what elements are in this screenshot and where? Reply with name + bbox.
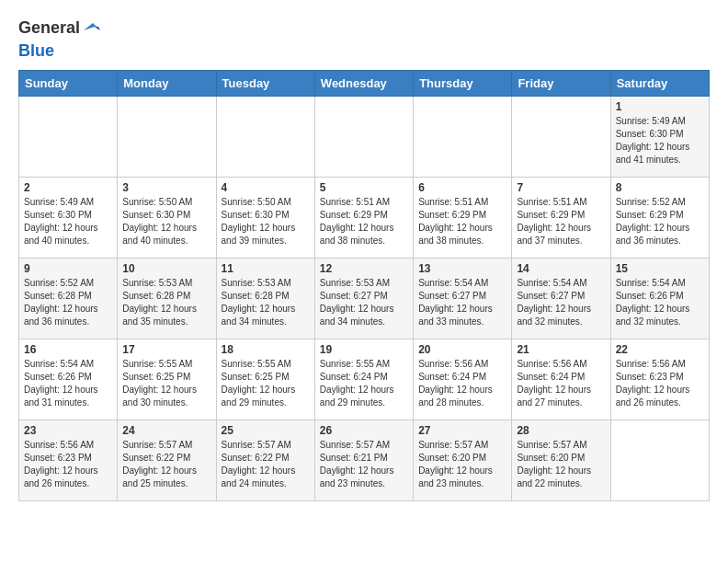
calendar-cell: 4Sunrise: 5:50 AM Sunset: 6:30 PM Daylig… bbox=[216, 178, 314, 259]
day-info: Sunrise: 5:57 AM Sunset: 6:20 PM Dayligh… bbox=[517, 439, 605, 490]
day-info: Sunrise: 5:57 AM Sunset: 6:20 PM Dayligh… bbox=[418, 439, 506, 490]
day-number: 12 bbox=[320, 262, 408, 275]
day-number: 27 bbox=[418, 424, 506, 437]
day-number: 6 bbox=[418, 181, 506, 194]
calendar-cell: 12Sunrise: 5:53 AM Sunset: 6:27 PM Dayli… bbox=[314, 259, 413, 339]
day-number: 24 bbox=[122, 424, 210, 437]
calendar-cell: 20Sunrise: 5:56 AM Sunset: 6:24 PM Dayli… bbox=[414, 339, 512, 420]
day-number: 10 bbox=[122, 262, 210, 275]
day-header-monday: Monday bbox=[118, 71, 216, 97]
day-number: 17 bbox=[122, 343, 210, 356]
calendar-cell: 22Sunrise: 5:56 AM Sunset: 6:23 PM Dayli… bbox=[610, 339, 709, 420]
calendar-cell: 9Sunrise: 5:52 AM Sunset: 6:28 PM Daylig… bbox=[19, 259, 118, 339]
calendar-cell: 14Sunrise: 5:54 AM Sunset: 6:27 PM Dayli… bbox=[512, 259, 610, 339]
day-info: Sunrise: 5:52 AM Sunset: 6:29 PM Dayligh… bbox=[616, 196, 704, 247]
day-info: Sunrise: 5:50 AM Sunset: 6:30 PM Dayligh… bbox=[222, 196, 310, 247]
day-number: 18 bbox=[222, 343, 310, 356]
day-number: 4 bbox=[222, 181, 310, 194]
calendar-cell: 16Sunrise: 5:54 AM Sunset: 6:26 PM Dayli… bbox=[19, 339, 118, 420]
day-number: 2 bbox=[24, 181, 112, 194]
logo-bird-icon bbox=[80, 19, 100, 38]
day-info: Sunrise: 5:51 AM Sunset: 6:29 PM Dayligh… bbox=[517, 196, 605, 247]
day-number: 3 bbox=[122, 181, 210, 194]
day-info: Sunrise: 5:50 AM Sunset: 6:30 PM Dayligh… bbox=[122, 196, 210, 247]
day-info: Sunrise: 5:56 AM Sunset: 6:23 PM Dayligh… bbox=[24, 439, 112, 490]
calendar-cell: 2Sunrise: 5:49 AM Sunset: 6:30 PM Daylig… bbox=[19, 178, 118, 259]
logo-blue: Blue bbox=[18, 41, 54, 61]
day-info: Sunrise: 5:55 AM Sunset: 6:25 PM Dayligh… bbox=[122, 358, 210, 409]
day-info: Sunrise: 5:53 AM Sunset: 6:27 PM Dayligh… bbox=[320, 277, 408, 328]
day-number: 21 bbox=[517, 343, 605, 356]
calendar-cell: 6Sunrise: 5:51 AM Sunset: 6:29 PM Daylig… bbox=[414, 178, 512, 259]
calendar-cell: 10Sunrise: 5:53 AM Sunset: 6:28 PM Dayli… bbox=[118, 259, 216, 339]
calendar-cell bbox=[414, 97, 512, 178]
day-number: 15 bbox=[616, 262, 704, 275]
day-number: 20 bbox=[418, 343, 506, 356]
day-number: 23 bbox=[24, 424, 112, 437]
calendar-cell: 28Sunrise: 5:57 AM Sunset: 6:20 PM Dayli… bbox=[512, 420, 610, 501]
day-number: 1 bbox=[616, 100, 704, 113]
day-info: Sunrise: 5:51 AM Sunset: 6:29 PM Dayligh… bbox=[320, 196, 408, 247]
week-row-2: 2Sunrise: 5:49 AM Sunset: 6:30 PM Daylig… bbox=[19, 178, 710, 259]
calendar-cell: 21Sunrise: 5:56 AM Sunset: 6:24 PM Dayli… bbox=[512, 339, 610, 420]
week-row-1: 1Sunrise: 5:49 AM Sunset: 6:30 PM Daylig… bbox=[19, 97, 710, 178]
calendar-cell bbox=[314, 97, 413, 178]
day-info: Sunrise: 5:54 AM Sunset: 6:27 PM Dayligh… bbox=[418, 277, 506, 328]
calendar-cell: 24Sunrise: 5:57 AM Sunset: 6:22 PM Dayli… bbox=[118, 420, 216, 501]
calendar-cell: 13Sunrise: 5:54 AM Sunset: 6:27 PM Dayli… bbox=[414, 259, 512, 339]
week-row-3: 9Sunrise: 5:52 AM Sunset: 6:28 PM Daylig… bbox=[19, 259, 710, 339]
calendar-cell: 5Sunrise: 5:51 AM Sunset: 6:29 PM Daylig… bbox=[314, 178, 413, 259]
day-info: Sunrise: 5:54 AM Sunset: 6:27 PM Dayligh… bbox=[517, 277, 605, 328]
day-info: Sunrise: 5:54 AM Sunset: 6:26 PM Dayligh… bbox=[24, 358, 112, 409]
calendar-cell: 19Sunrise: 5:55 AM Sunset: 6:24 PM Dayli… bbox=[314, 339, 413, 420]
calendar-cell: 15Sunrise: 5:54 AM Sunset: 6:26 PM Dayli… bbox=[610, 259, 709, 339]
day-info: Sunrise: 5:53 AM Sunset: 6:28 PM Dayligh… bbox=[222, 277, 310, 328]
day-header-tuesday: Tuesday bbox=[216, 71, 314, 97]
calendar-cell bbox=[118, 97, 216, 178]
calendar-cell: 3Sunrise: 5:50 AM Sunset: 6:30 PM Daylig… bbox=[118, 178, 216, 259]
day-number: 13 bbox=[418, 262, 506, 275]
day-info: Sunrise: 5:54 AM Sunset: 6:26 PM Dayligh… bbox=[616, 277, 704, 328]
day-info: Sunrise: 5:49 AM Sunset: 6:30 PM Dayligh… bbox=[616, 115, 704, 167]
calendar-table: SundayMondayTuesdayWednesdayThursdayFrid… bbox=[18, 70, 710, 501]
day-info: Sunrise: 5:49 AM Sunset: 6:30 PM Dayligh… bbox=[24, 196, 112, 247]
logo: GeneralBlue bbox=[18, 18, 100, 61]
day-info: Sunrise: 5:56 AM Sunset: 6:24 PM Dayligh… bbox=[517, 358, 605, 409]
day-number: 7 bbox=[517, 181, 605, 194]
day-number: 25 bbox=[222, 424, 310, 437]
calendar-cell: 23Sunrise: 5:56 AM Sunset: 6:23 PM Dayli… bbox=[19, 420, 118, 501]
week-row-4: 16Sunrise: 5:54 AM Sunset: 6:26 PM Dayli… bbox=[19, 339, 710, 420]
day-info: Sunrise: 5:56 AM Sunset: 6:23 PM Dayligh… bbox=[616, 358, 704, 409]
day-header-sunday: Sunday bbox=[19, 71, 118, 97]
day-header-wednesday: Wednesday bbox=[314, 71, 413, 97]
day-number: 8 bbox=[616, 181, 704, 194]
day-number: 28 bbox=[517, 424, 605, 437]
calendar-cell bbox=[19, 97, 118, 178]
day-info: Sunrise: 5:56 AM Sunset: 6:24 PM Dayligh… bbox=[418, 358, 506, 409]
day-info: Sunrise: 5:57 AM Sunset: 6:22 PM Dayligh… bbox=[222, 439, 310, 490]
calendar-cell bbox=[216, 97, 314, 178]
day-info: Sunrise: 5:52 AM Sunset: 6:28 PM Dayligh… bbox=[24, 277, 112, 328]
day-number: 16 bbox=[24, 343, 112, 356]
day-info: Sunrise: 5:57 AM Sunset: 6:22 PM Dayligh… bbox=[122, 439, 210, 490]
header: GeneralBlue bbox=[18, 18, 710, 61]
calendar-cell: 27Sunrise: 5:57 AM Sunset: 6:20 PM Dayli… bbox=[414, 420, 512, 501]
day-header-saturday: Saturday bbox=[610, 71, 709, 97]
day-header-thursday: Thursday bbox=[414, 71, 512, 97]
day-info: Sunrise: 5:55 AM Sunset: 6:25 PM Dayligh… bbox=[222, 358, 310, 409]
days-header-row: SundayMondayTuesdayWednesdayThursdayFrid… bbox=[19, 71, 710, 97]
calendar-cell: 7Sunrise: 5:51 AM Sunset: 6:29 PM Daylig… bbox=[512, 178, 610, 259]
day-info: Sunrise: 5:57 AM Sunset: 6:21 PM Dayligh… bbox=[320, 439, 408, 490]
day-info: Sunrise: 5:51 AM Sunset: 6:29 PM Dayligh… bbox=[418, 196, 506, 247]
day-number: 5 bbox=[320, 181, 408, 194]
calendar-cell: 1Sunrise: 5:49 AM Sunset: 6:30 PM Daylig… bbox=[610, 97, 709, 178]
day-number: 11 bbox=[222, 262, 310, 275]
calendar-cell: 25Sunrise: 5:57 AM Sunset: 6:22 PM Dayli… bbox=[216, 420, 314, 501]
calendar-cell: 18Sunrise: 5:55 AM Sunset: 6:25 PM Dayli… bbox=[216, 339, 314, 420]
calendar-cell bbox=[610, 420, 709, 501]
calendar-cell: 11Sunrise: 5:53 AM Sunset: 6:28 PM Dayli… bbox=[216, 259, 314, 339]
calendar-cell bbox=[512, 97, 610, 178]
svg-marker-1 bbox=[95, 27, 100, 30]
logo-general: General bbox=[18, 18, 80, 38]
day-header-friday: Friday bbox=[512, 71, 610, 97]
